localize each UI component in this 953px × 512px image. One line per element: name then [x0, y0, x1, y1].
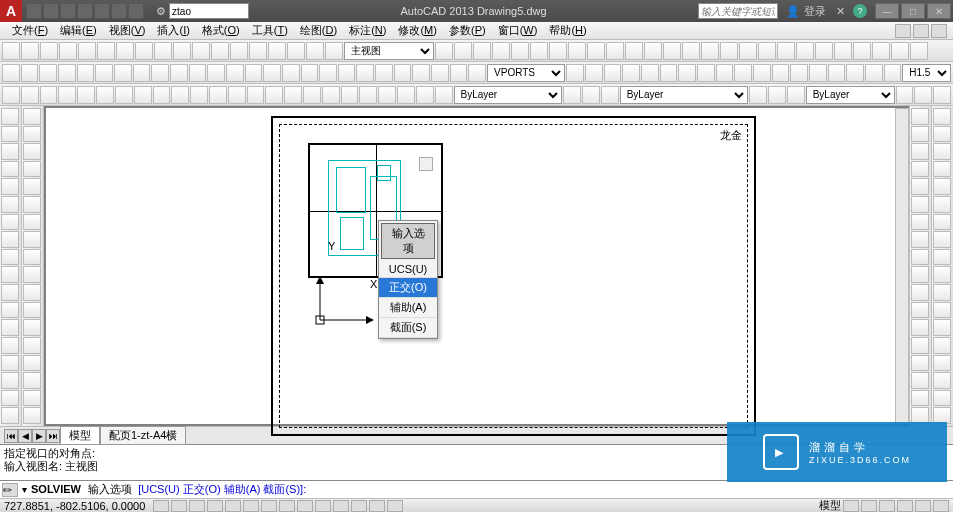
menu-i[interactable]: 插入(I)	[151, 23, 195, 38]
lay-button-4[interactable]	[77, 64, 95, 82]
std-button-11[interactable]	[211, 42, 229, 60]
mod-r1-button-15[interactable]	[911, 372, 929, 389]
tab-nav-prev[interactable]: ◀	[18, 429, 32, 443]
std-button-7[interactable]	[135, 42, 153, 60]
tab-layout1[interactable]: 配页1-zt-A4横	[100, 426, 186, 445]
std2-button-14[interactable]	[701, 42, 719, 60]
prop-button-6[interactable]	[115, 86, 133, 104]
std-button-1[interactable]	[21, 42, 39, 60]
mod-r2-button-7[interactable]	[933, 231, 951, 248]
draw-l1-button-9[interactable]	[1, 266, 19, 283]
prop-button-7[interactable]	[134, 86, 152, 104]
mod-r2-button-8[interactable]	[933, 249, 951, 266]
status-toggle-5[interactable]	[243, 500, 259, 512]
lay-button-2[interactable]	[39, 64, 57, 82]
lay-button-18[interactable]	[338, 64, 356, 82]
help-search[interactable]	[698, 3, 778, 19]
command-icon[interactable]: ✏	[2, 483, 18, 497]
menu-t[interactable]: 工具(T)	[246, 23, 294, 38]
view-dropdown[interactable]: 主视图	[344, 42, 434, 60]
lay-button-20[interactable]	[375, 64, 393, 82]
std-button-5[interactable]	[97, 42, 115, 60]
status-toggle-12[interactable]	[369, 500, 385, 512]
lay-button-21[interactable]	[394, 64, 412, 82]
prop-button-18[interactable]	[341, 86, 359, 104]
std2-button-20[interactable]	[815, 42, 833, 60]
prop-extra-lineweight-dropdown-0[interactable]	[896, 86, 914, 104]
lay2-button-12[interactable]	[790, 64, 808, 82]
lay-button-3[interactable]	[58, 64, 76, 82]
prop-button-8[interactable]	[153, 86, 171, 104]
draw-l1-button-0[interactable]	[1, 108, 19, 125]
lay-button-14[interactable]	[263, 64, 281, 82]
std2-button-17[interactable]	[758, 42, 776, 60]
lay-button-6[interactable]	[114, 64, 132, 82]
draw-l2-button-10[interactable]	[23, 284, 41, 301]
draw-l2-button-4[interactable]	[23, 178, 41, 195]
std-button-6[interactable]	[116, 42, 134, 60]
mod-r2-button-3[interactable]	[933, 161, 951, 178]
draw-l1-button-6[interactable]	[1, 214, 19, 231]
std2-button-6[interactable]	[549, 42, 567, 60]
prop-button-19[interactable]	[359, 86, 377, 104]
menu-p[interactable]: 参数(P)	[443, 23, 492, 38]
menu-o[interactable]: 格式(O)	[196, 23, 246, 38]
std-button-3[interactable]	[59, 42, 77, 60]
mod-r1-button-10[interactable]	[911, 284, 929, 301]
color-dropdown[interactable]: ByLayer	[620, 86, 749, 104]
menu-n[interactable]: 标注(N)	[343, 23, 392, 38]
mdi-minimize-button[interactable]	[895, 24, 911, 38]
qat-saveas-icon[interactable]	[77, 3, 93, 19]
mod-r1-button-16[interactable]	[911, 390, 929, 407]
std2-button-5[interactable]	[530, 42, 548, 60]
std-button-16[interactable]	[306, 42, 324, 60]
mod-r1-button-11[interactable]	[911, 302, 929, 319]
draw-l2-button-16[interactable]	[23, 390, 41, 407]
std-button-13[interactable]	[249, 42, 267, 60]
mod-r2-button-12[interactable]	[933, 319, 951, 336]
prop-button-9[interactable]	[171, 86, 189, 104]
lay2-button-6[interactable]	[678, 64, 696, 82]
std-button-14[interactable]	[268, 42, 286, 60]
std-button-9[interactable]	[173, 42, 191, 60]
popup-item-1[interactable]: 正交(O)	[379, 278, 437, 298]
mod-r2-button-9[interactable]	[933, 266, 951, 283]
lay2-button-16[interactable]	[865, 64, 883, 82]
menu-f[interactable]: 文件(F)	[6, 23, 54, 38]
lay2-button-2[interactable]	[604, 64, 622, 82]
std2-button-1[interactable]	[454, 42, 472, 60]
prop-extra-color-dropdown-1[interactable]	[768, 86, 786, 104]
std-button-12[interactable]	[230, 42, 248, 60]
mod-r2-button-4[interactable]	[933, 178, 951, 195]
draw-l2-button-5[interactable]	[23, 196, 41, 213]
mod-r1-button-3[interactable]	[911, 161, 929, 178]
lay-button-11[interactable]	[207, 64, 225, 82]
draw-l1-button-4[interactable]	[1, 178, 19, 195]
prop-extra-lineweight-dropdown-1[interactable]	[914, 86, 932, 104]
status-toggle-3[interactable]	[207, 500, 223, 512]
prop-extra-layer-dropdown-0[interactable]	[563, 86, 581, 104]
minimize-button[interactable]: —	[875, 3, 899, 19]
status-toggle-6[interactable]	[261, 500, 277, 512]
lay2-button-8[interactable]	[716, 64, 734, 82]
std2-button-10[interactable]	[625, 42, 643, 60]
lay2-button-1[interactable]	[585, 64, 603, 82]
prop-button-11[interactable]	[209, 86, 227, 104]
prop-extra-color-dropdown-2[interactable]	[787, 86, 805, 104]
lay2-button-5[interactable]	[660, 64, 678, 82]
lay-button-8[interactable]	[151, 64, 169, 82]
layer-dropdown[interactable]: ByLayer	[454, 86, 563, 104]
qat-print-icon[interactable]	[94, 3, 110, 19]
draw-l2-button-0[interactable]	[23, 108, 41, 125]
status-lock-icon[interactable]	[879, 500, 895, 512]
draw-l1-button-7[interactable]	[1, 231, 19, 248]
menu-e[interactable]: 编辑(E)	[54, 23, 103, 38]
mod-r2-button-1[interactable]	[933, 126, 951, 143]
lay2-button-3[interactable]	[622, 64, 640, 82]
mod-r2-button-15[interactable]	[933, 372, 951, 389]
draw-l1-button-12[interactable]	[1, 319, 19, 336]
draw-l1-button-15[interactable]	[1, 372, 19, 389]
status-toggle-8[interactable]	[297, 500, 313, 512]
mdi-restore-button[interactable]	[913, 24, 929, 38]
prop-button-17[interactable]	[322, 86, 340, 104]
